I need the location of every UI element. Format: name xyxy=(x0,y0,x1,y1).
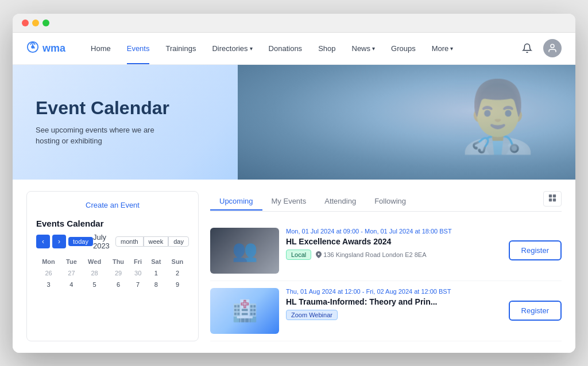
calendar-day-view-button[interactable]: day xyxy=(168,236,189,247)
svg-point-1 xyxy=(551,44,554,48)
hero-title: Event Calendar xyxy=(36,97,173,119)
nav-actions xyxy=(518,39,562,57)
cal-day-9[interactable]: 9 xyxy=(166,279,189,290)
calendar-grid: Mon Tue Wed Thu Fri Sat Sun 26 27 28 29 xyxy=(36,256,189,290)
events-tabs: Upcoming My Events Attending Following xyxy=(210,191,562,212)
calendar-month-view-button[interactable]: month xyxy=(115,236,144,247)
navbar: wma Home Events Trainings Directories ▾ … xyxy=(13,33,575,65)
dot-red[interactable] xyxy=(22,20,29,26)
event-date-1: Mon, 01 Jul 2024 at 09:00 - Mon, 01 Jul … xyxy=(286,228,502,235)
calendar-today-button[interactable]: today xyxy=(68,237,93,246)
nav-shop[interactable]: Shop xyxy=(311,32,342,64)
event-badge-zoom: Zoom Webinar xyxy=(286,310,338,320)
browser-window: wma Home Events Trainings Directories ▾ … xyxy=(13,14,575,353)
svg-point-0 xyxy=(31,45,34,49)
event-location-1: 136 Kingsland Road London E2 8EA xyxy=(316,251,426,258)
grid-view-button[interactable] xyxy=(543,191,562,207)
event-image-2 xyxy=(210,288,279,334)
tab-my-events[interactable]: My Events xyxy=(262,192,316,210)
event-card-1: Mon, 01 Jul 2024 at 09:00 - Mon, 01 Jul … xyxy=(210,221,562,281)
register-button-2[interactable]: Register xyxy=(509,301,562,321)
svg-rect-3 xyxy=(553,194,556,197)
calendar-section: Create an Event Events Calendar ‹ › toda… xyxy=(26,191,199,341)
event-card-2: Thu, 01 Aug 2024 at 12:00 - Fri, 02 Aug … xyxy=(210,281,562,341)
hero-subtitle: See upcoming events where we are hosting… xyxy=(36,124,173,147)
cal-day-27[interactable]: 27 xyxy=(61,267,82,279)
logo[interactable]: wma xyxy=(26,41,65,56)
cal-header-sat: Sat xyxy=(146,256,166,267)
event-meta-2: Zoom Webinar xyxy=(286,310,502,320)
event-title-2: HL Trauma-Informed: Theory and Prin... xyxy=(286,297,502,306)
calendar-header: ‹ › today July 2023 month week day xyxy=(36,233,189,250)
nav-trainings[interactable]: Trainings xyxy=(158,32,203,64)
nav-news[interactable]: News ▾ xyxy=(345,32,382,64)
event-date-2: Thu, 01 Aug 2024 at 12:00 - Fri, 02 Aug … xyxy=(286,288,502,295)
user-avatar-button[interactable] xyxy=(543,39,562,57)
main-content: Create an Event Events Calendar ‹ › toda… xyxy=(13,180,575,353)
chevron-down-icon-more: ▾ xyxy=(450,45,453,52)
nav-more[interactable]: More ▾ xyxy=(425,32,461,64)
cal-day-3[interactable]: 3 xyxy=(36,279,61,290)
cal-day-6[interactable]: 6 xyxy=(107,279,129,290)
create-event-button[interactable]: Create an Event xyxy=(36,201,189,209)
calendar-view-group: month week day xyxy=(115,236,189,247)
cal-day-1[interactable]: 1 xyxy=(146,267,166,279)
event-badge-local: Local xyxy=(286,250,311,260)
notification-bell-button[interactable] xyxy=(518,39,536,57)
hero-image xyxy=(238,65,575,180)
cal-header-wed: Wed xyxy=(82,256,107,267)
svg-rect-5 xyxy=(553,198,556,201)
cal-day-8[interactable]: 8 xyxy=(146,279,166,290)
cal-day-5[interactable]: 5 xyxy=(82,279,107,290)
register-button-1[interactable]: Register xyxy=(509,240,562,260)
event-details-2: Thu, 01 Aug 2024 at 12:00 - Fri, 02 Aug … xyxy=(286,288,502,334)
nav-events[interactable]: Events xyxy=(120,32,157,64)
logo-icon xyxy=(26,41,39,56)
cal-day-4[interactable]: 4 xyxy=(61,279,82,290)
hero-content: Event Calendar See upcoming events where… xyxy=(36,97,173,147)
cal-header-sun: Sun xyxy=(166,256,189,267)
event-image-1 xyxy=(210,228,279,274)
nav-donations[interactable]: Donations xyxy=(262,32,310,64)
browser-dots xyxy=(22,20,566,26)
cal-header-fri: Fri xyxy=(130,256,146,267)
calendar-title: Events Calendar xyxy=(36,219,189,228)
event-meta-1: Local 136 Kingsland Road London E2 8EA xyxy=(286,250,502,260)
cal-header-thu: Thu xyxy=(107,256,129,267)
event-title-1: HL Excellence Awards 2024 xyxy=(286,237,502,246)
chevron-down-icon: ▾ xyxy=(250,45,253,52)
dot-yellow[interactable] xyxy=(32,20,39,26)
tab-upcoming[interactable]: Upcoming xyxy=(210,192,262,210)
hero-section: Event Calendar See upcoming events where… xyxy=(13,65,575,180)
dot-green[interactable] xyxy=(42,20,49,26)
nav-groups[interactable]: Groups xyxy=(384,32,423,64)
browser-chrome xyxy=(13,14,575,33)
svg-rect-4 xyxy=(549,198,552,201)
cal-day-7[interactable]: 7 xyxy=(130,279,146,290)
cal-header-mon: Mon xyxy=(36,256,61,267)
tab-following[interactable]: Following xyxy=(365,192,415,210)
cal-day-28[interactable]: 28 xyxy=(82,267,107,279)
nav-home[interactable]: Home xyxy=(84,32,118,64)
cal-header-tue: Tue xyxy=(61,256,82,267)
cal-day-30[interactable]: 30 xyxy=(130,267,146,279)
events-section: Upcoming My Events Attending Following xyxy=(210,191,562,341)
cal-day-2[interactable]: 2 xyxy=(166,267,189,279)
svg-rect-2 xyxy=(549,194,552,197)
tab-attending[interactable]: Attending xyxy=(315,192,365,210)
calendar-next-button[interactable]: › xyxy=(52,235,66,248)
calendar-nav-group: ‹ › today xyxy=(36,235,93,248)
chevron-down-icon-news: ▾ xyxy=(372,45,375,52)
nav-links: Home Events Trainings Directories ▾ Dona… xyxy=(84,32,518,64)
calendar-week-view-button[interactable]: week xyxy=(144,236,169,247)
calendar-week-1: 26 27 28 29 30 1 2 xyxy=(36,267,189,279)
nav-directories[interactable]: Directories ▾ xyxy=(205,32,259,64)
calendar-week-2: 3 4 5 6 7 8 9 xyxy=(36,279,189,290)
cal-day-29[interactable]: 29 xyxy=(107,267,129,279)
calendar-prev-button[interactable]: ‹ xyxy=(36,235,50,248)
event-details-1: Mon, 01 Jul 2024 at 09:00 - Mon, 01 Jul … xyxy=(286,228,502,274)
cal-day-26[interactable]: 26 xyxy=(36,267,61,279)
logo-text: wma xyxy=(42,42,65,54)
calendar-month-year: July 2023 xyxy=(93,233,115,250)
